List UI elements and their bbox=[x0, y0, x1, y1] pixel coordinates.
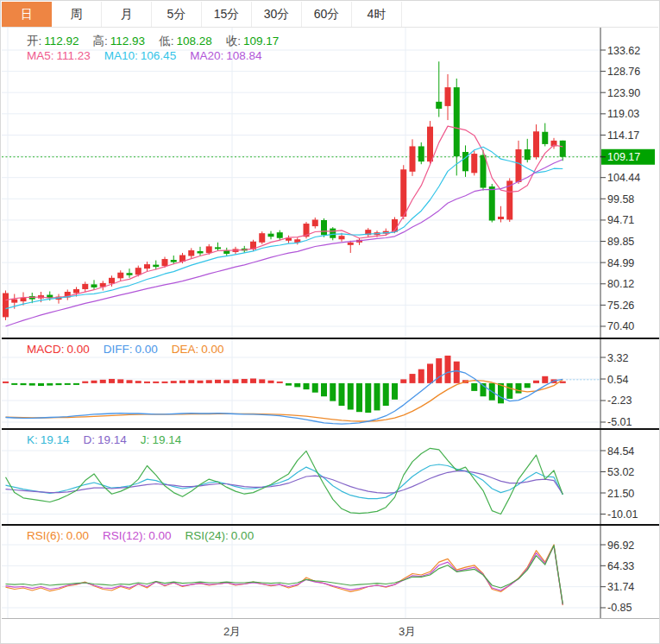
svg-text:53.02: 53.02 bbox=[607, 466, 634, 478]
header-item-low: 低:108.28 bbox=[159, 35, 212, 47]
svg-text:64.33: 64.33 bbox=[607, 560, 634, 572]
tab-30分[interactable]: 30分 bbox=[252, 2, 302, 27]
macd-header: MACD:0.00DIFF:0.00DEA:0.00 bbox=[27, 343, 238, 356]
svg-text:114.17: 114.17 bbox=[607, 129, 639, 142]
kdj-header: K:19.14D:19.14J:19.14 bbox=[27, 433, 195, 446]
stock-chart-app: 日周月5分15分30分60分4时 133.62128.76123.90119.0… bbox=[0, 0, 660, 644]
tab-4时[interactable]: 4时 bbox=[352, 2, 402, 27]
svg-text:80.12: 80.12 bbox=[607, 278, 634, 290]
candlestick-panel[interactable]: 133.62128.76123.90119.03114.17104.4499.5… bbox=[2, 28, 660, 338]
svg-text:75.26: 75.26 bbox=[607, 300, 634, 312]
macd-panel[interactable]: 3.320.54-2.23-5.01 MACD:0.00DIFF:0.00DEA… bbox=[2, 339, 660, 428]
svg-text:104.44: 104.44 bbox=[607, 172, 640, 184]
tab-周[interactable]: 周 bbox=[52, 2, 102, 27]
header-item-open: 开:112.92 bbox=[27, 35, 79, 47]
header-item-macd: MACD:0.00 bbox=[27, 343, 90, 356]
header-item-dea: DEA:0.00 bbox=[172, 343, 224, 356]
svg-text:128.76: 128.76 bbox=[607, 66, 640, 78]
svg-text:89.85: 89.85 bbox=[607, 236, 634, 248]
svg-text:31.74: 31.74 bbox=[607, 581, 634, 593]
svg-text:96.92: 96.92 bbox=[607, 540, 634, 552]
header-item-d: D:19.14 bbox=[84, 433, 127, 446]
kdj-panel[interactable]: 84.5453.0221.50-10.01 K:19.14D:19.14J:19… bbox=[2, 430, 660, 524]
svg-text:109.17: 109.17 bbox=[607, 151, 640, 163]
svg-text:133.62: 133.62 bbox=[607, 45, 640, 57]
x-label-feb: 2月 bbox=[223, 624, 241, 640]
header-item-ma10: MA10:106.45 bbox=[104, 49, 176, 62]
svg-text:84.54: 84.54 bbox=[607, 445, 634, 458]
tab-日[interactable]: 日 bbox=[2, 2, 52, 27]
header-item-close: 收:109.17 bbox=[226, 35, 280, 47]
header-item-ma20: MA20:108.84 bbox=[190, 49, 261, 62]
svg-text:3.32: 3.32 bbox=[607, 352, 628, 364]
timeframe-tabs: 日周月5分15分30分60分4时 bbox=[2, 2, 658, 28]
header-item-rsi24: RSI(24):0.00 bbox=[185, 529, 255, 542]
x-label-mar: 3月 bbox=[399, 624, 416, 640]
header-item-diff: DIFF:0.00 bbox=[104, 343, 158, 356]
x-axis: 2月 3月 bbox=[2, 618, 660, 644]
rsi-panel[interactable]: 96.9264.3331.74-0.85 RSI(6):0.00RSI(12):… bbox=[2, 526, 660, 618]
tab-月[interactable]: 月 bbox=[102, 2, 152, 27]
tab-5分[interactable]: 5分 bbox=[152, 2, 202, 27]
ma-header: MA5:111.23MA10:106.45MA20:108.84 bbox=[27, 49, 275, 62]
candlestick-chart[interactable]: 133.62128.76123.90119.03114.17104.4499.5… bbox=[2, 28, 660, 338]
svg-text:99.58: 99.58 bbox=[607, 193, 634, 205]
tab-60分[interactable]: 60分 bbox=[302, 2, 352, 27]
svg-text:123.90: 123.90 bbox=[607, 87, 640, 99]
header-item-rsi6: RSI(6):0.00 bbox=[27, 529, 89, 542]
rsi-header: RSI(6):0.00RSI(12):0.00RSI(24):0.00 bbox=[27, 529, 267, 542]
header-item-ma5: MA5:111.23 bbox=[27, 49, 91, 62]
tab-15分[interactable]: 15分 bbox=[202, 2, 252, 27]
svg-text:119.03: 119.03 bbox=[607, 108, 639, 120]
header-item-k: K:19.14 bbox=[27, 433, 70, 446]
svg-text:94.71: 94.71 bbox=[607, 214, 634, 226]
svg-text:84.99: 84.99 bbox=[607, 257, 634, 269]
svg-text:21.50: 21.50 bbox=[607, 488, 634, 500]
svg-text:-0.85: -0.85 bbox=[607, 603, 632, 615]
svg-text:70.40: 70.40 bbox=[607, 320, 634, 332]
header-item-j: J:19.14 bbox=[141, 433, 181, 446]
svg-text:-10.01: -10.01 bbox=[607, 508, 638, 521]
svg-text:0.54: 0.54 bbox=[607, 374, 628, 386]
svg-text:-5.01: -5.01 bbox=[607, 417, 632, 429]
svg-text:-2.23: -2.23 bbox=[607, 395, 632, 407]
header-item-rsi12: RSI(12):0.00 bbox=[103, 529, 172, 542]
ohlc-header: 开:112.92高:112.93低:108.28收:109.17 bbox=[27, 34, 292, 49]
header-item-high: 高:112.93 bbox=[93, 35, 146, 47]
